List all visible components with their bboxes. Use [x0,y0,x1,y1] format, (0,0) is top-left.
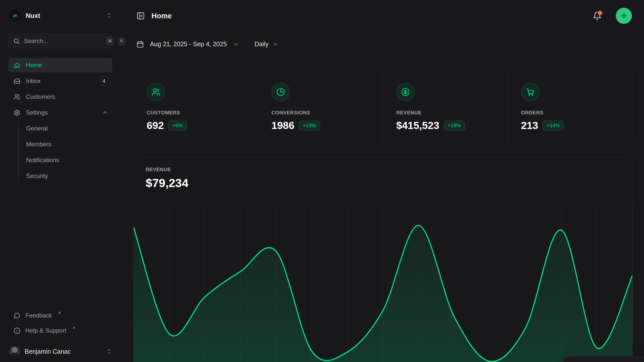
stat-value: 213 [521,120,538,131]
calendar-icon [136,40,144,48]
notification-dot [598,11,602,15]
inbox-icon [14,78,20,84]
revenue-chart-card: REVENUE $79,234 [133,157,633,362]
content: CUSTOMERS 692 +6% CONVERSIONS 1986 +13% [121,57,644,362]
stat-delta-badge: +14% [543,121,564,130]
users-icon [14,94,20,100]
search-input[interactable] [24,37,102,44]
stat-delta-badge: +6% [168,121,187,130]
chevron-down-icon [233,41,239,47]
sidebar-footer: Feedback Help & Support [8,308,112,338]
sidebar-spacer [0,183,120,308]
stat-value: 692 [147,120,164,131]
filter-bar: Aug 21, 2025 - Sep 4, 2025 Daily [121,32,644,57]
sidebar-nav: Home Inbox 4 Customers Settings [8,58,112,183]
stat-label: CONVERSIONS [271,110,373,116]
date-range-picker[interactable]: Aug 21, 2025 - Sep 4, 2025 [136,40,239,48]
external-link-icon [57,311,61,315]
sidebar-item-customers[interactable]: Customers [8,89,112,104]
shopping-cart-icon [521,83,540,101]
dollar-circle-icon [396,83,415,101]
chevron-down-icon [272,41,278,47]
chevrons-up-down-icon [106,12,112,19]
inbox-count-badge: 4 [100,76,108,86]
stat-customers[interactable]: CUSTOMERS 692 +6% [134,70,258,145]
sidebar-item-help-support[interactable]: Help & Support [8,324,112,338]
nuxt-logo [9,10,21,22]
users-icon [147,83,165,101]
stat-label: REVENUE [396,110,498,116]
sidebar-item-notifications[interactable]: Notifications [8,153,112,167]
search-box: ⌘ K [8,34,112,48]
stat-conversions[interactable]: CONVERSIONS 1986 +13% [258,70,383,145]
workspace-name: Nuxt [26,12,101,20]
sidebar-item-members[interactable]: Members [8,137,112,152]
stat-revenue[interactable]: REVENUE $415,523 +18% [383,70,508,145]
stats-card: CUSTOMERS 692 +6% CONVERSIONS 1986 +13% [133,69,633,145]
sidebar-item-inbox[interactable]: Inbox 4 [8,74,112,88]
info-circle-icon [14,327,20,334]
home-icon [14,62,20,69]
chevrons-up-down-icon [106,348,112,355]
user-name: Benjamin Canac [25,348,101,355]
workspace-switcher[interactable]: Nuxt [0,0,120,29]
stat-delta-badge: +13% [299,121,320,130]
kbd-cmd: ⌘ [106,37,114,45]
granularity-value: Daily [255,40,269,48]
cookie-banner: We use first-party cookies to enhance yo… [564,356,644,362]
gear-icon [14,109,20,116]
message-circle-icon [14,312,20,319]
submenu-rail [18,122,19,182]
sidebar-item-feedback[interactable]: Feedback [8,308,112,323]
date-range-value: Aug 21, 2025 - Sep 4, 2025 [150,40,227,48]
sidebar-item-general[interactable]: General [8,121,112,136]
add-button[interactable] [616,8,632,24]
revenue-chart-value: $79,234 [146,176,632,190]
dashboard-page: Nuxt ⌘ K Home Inbo [0,0,644,362]
topbar: Home [121,0,644,32]
sidebar-item-settings[interactable]: Settings [8,105,112,120]
avatar [9,346,20,357]
sidebar-item-home[interactable]: Home [8,58,112,72]
stat-delta-badge: +18% [444,121,465,130]
sidebar: Nuxt ⌘ K Home Inbo [0,0,121,362]
granularity-select[interactable]: Daily [255,40,279,48]
stat-value: 1986 [271,120,294,131]
search-icon [13,38,20,44]
external-link-icon [72,326,76,330]
revenue-chart-label: REVENUE [146,167,632,172]
stat-value: $415,523 [396,120,439,131]
notifications-button[interactable] [593,11,602,20]
revenue-area-chart[interactable] [134,203,632,362]
settings-submenu: General Members Notifications Security [8,121,112,183]
page-title: Home [151,12,586,20]
stat-label: CUSTOMERS [147,110,248,116]
sidebar-collapse-button[interactable] [136,12,145,20]
stat-orders[interactable]: ORDERS 213 +14% [508,70,632,145]
pie-chart-icon [271,83,290,101]
main-area: Home Aug 21, 2025 - Sep 4, 2025 Daily [121,0,644,362]
sidebar-item-security[interactable]: Security [8,169,112,183]
user-menu[interactable]: Benjamin Canac [0,341,120,362]
chevron-up-icon [102,110,108,116]
stat-label: ORDERS [521,110,622,116]
